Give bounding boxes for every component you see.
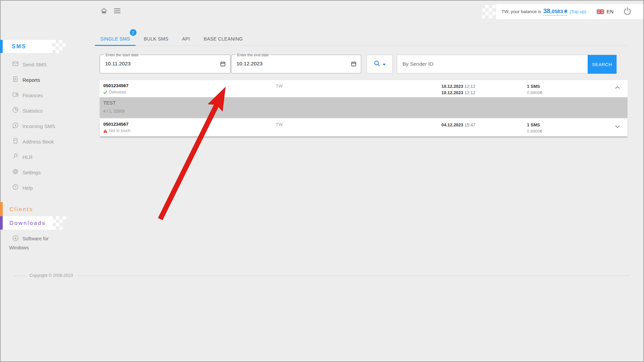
message-meta: 4 / 1, 25503 (103, 109, 124, 114)
sender-id: TW (276, 122, 283, 127)
sidebar-item-settings[interactable]: Settings (0, 165, 80, 180)
search-icon (374, 60, 381, 68)
top-up-link[interactable]: (Top up) (570, 9, 586, 14)
pixel-decoration (52, 40, 66, 53)
collapse-chevron-up-icon[interactable] (615, 86, 620, 89)
end-date-input[interactable] (236, 61, 344, 67)
divider (13, 276, 25, 276)
start-date-input[interactable] (105, 61, 212, 67)
sidebar-item-send-sms[interactable]: Send SMS (0, 57, 80, 72)
pixel-decoration (482, 5, 495, 18)
sidebar-section-title: SMS (12, 44, 26, 50)
message-text: TEST (103, 100, 116, 106)
end-date-label: Enter the end date (235, 52, 271, 58)
tab-api[interactable]: API (177, 32, 195, 46)
menu-icon[interactable] (114, 8, 120, 13)
tab-badge: 2 (130, 29, 137, 36)
sidebar-section-clients[interactable]: Clients (0, 202, 67, 216)
search-field-group: SEARCH (397, 55, 617, 73)
app-window: TW, your balance is 38,0583 ₴ (Top up) E… (0, 0, 644, 362)
annotation-arrow (0, 0, 644, 362)
wrench-icon (12, 153, 19, 161)
uk-flag-icon (597, 9, 604, 14)
start-date-field: Enter the start date (100, 55, 230, 73)
sidebar-nav: Send SMS Reports Finances Statistics Inc… (0, 57, 80, 195)
sidebar-item-hlr[interactable]: HLR (0, 149, 80, 165)
clients-section-bar (0, 202, 3, 216)
warning-icon (103, 129, 107, 133)
sms-count-price: 1 SMS 0.6900₴ (527, 83, 542, 96)
message-row-expanded: TEST 4 / 1, 25503 (100, 97, 628, 118)
sidebar-item-finances[interactable]: Finances (0, 87, 80, 103)
calendar-icon[interactable] (220, 61, 226, 67)
active-section-bar (0, 40, 3, 53)
language-label: EN (606, 9, 613, 14)
pie-chart-icon (12, 107, 19, 115)
message-dates: 10.12.2023 12:12 10.12.2023 12:12 (441, 83, 475, 96)
downloads-section-bar (0, 216, 3, 230)
sidebar-item-address-book[interactable]: Address Book (0, 134, 80, 149)
sender-id: TW (276, 83, 283, 88)
svg-text:?: ? (14, 185, 16, 189)
message-row[interactable]: 0501234567 Delivered TW 10.12.2023 12:12… (100, 80, 628, 97)
incoming-bubble-icon (12, 122, 19, 130)
active-tab-indicator (95, 45, 136, 46)
search-button[interactable]: SEARCH (588, 55, 616, 74)
sidebar-item-software-for-windows[interactable]: Software for Windows (0, 235, 70, 250)
book-icon (12, 137, 19, 145)
calendar-icon[interactable] (351, 61, 357, 67)
tab-bulk-sms[interactable]: BULK SMS (139, 32, 174, 46)
copyright: Copyright © 2008-2023 (13, 273, 630, 278)
balance-amount[interactable]: 38,0583 ₴ (543, 7, 568, 16)
recipient-phone: 0501234567 (103, 83, 128, 88)
question-icon: ? (12, 184, 19, 192)
wallet-icon (12, 91, 19, 99)
status-delivered: Delivered (103, 90, 126, 95)
sidebar-item-incoming-sms[interactable]: Incoming SMS (0, 118, 80, 134)
message-row[interactable]: 0501234567 Not in touch TW 04.12.2023 15… (100, 119, 628, 136)
download-circle-icon (12, 235, 19, 243)
home-icon[interactable] (101, 7, 107, 14)
sidebar-item-statistics[interactable]: Statistics (0, 103, 80, 118)
chevron-down-icon (383, 61, 386, 67)
reports-tabs: SINGLE SMS 2 BULK SMS API BASE CLEANING (95, 32, 628, 46)
recipient-phone: 0501234567 (103, 122, 128, 127)
check-icon (103, 90, 107, 94)
sidebar-item-reports[interactable]: Reports (0, 72, 80, 87)
sidebar-item-help[interactable]: ? Help (0, 180, 80, 195)
start-date-label: Enter the start date (104, 52, 141, 58)
tab-single-sms[interactable]: SINGLE SMS 2 (95, 32, 136, 46)
report-icon (12, 76, 19, 84)
logout-power-icon[interactable] (623, 7, 632, 16)
end-date-field: Enter the end date (231, 55, 361, 73)
sms-count-price: 1 SMS 0.6900₴ (527, 122, 542, 135)
copyright-text: Copyright © 2008-2023 (30, 273, 73, 278)
divider (77, 276, 630, 276)
expand-chevron-down-icon[interactable] (615, 125, 620, 128)
currency-symbol: ₴ (564, 9, 567, 14)
search-type-dropdown[interactable] (367, 55, 393, 73)
pixel-decoration (53, 216, 66, 230)
message-dates: 04.12.2023 15:47 (441, 122, 475, 128)
sidebar-section-downloads[interactable]: Downloads (0, 216, 53, 230)
balance-label: TW, your balance is (501, 9, 541, 14)
filter-bar: Enter the start date Enter the end date … (100, 55, 617, 73)
tab-base-cleaning[interactable]: BASE CLEANING (198, 32, 248, 46)
status-not-in-touch: Not in touch (103, 128, 130, 133)
topbar-account-panel: TW, your balance is 38,0583 ₴ (Top up) E… (496, 4, 643, 19)
gear-icon (12, 168, 19, 176)
envelope-icon (12, 60, 19, 68)
search-input[interactable] (397, 55, 588, 73)
sidebar-section-sms[interactable]: SMS (0, 40, 52, 53)
language-switcher[interactable]: EN (597, 9, 613, 14)
